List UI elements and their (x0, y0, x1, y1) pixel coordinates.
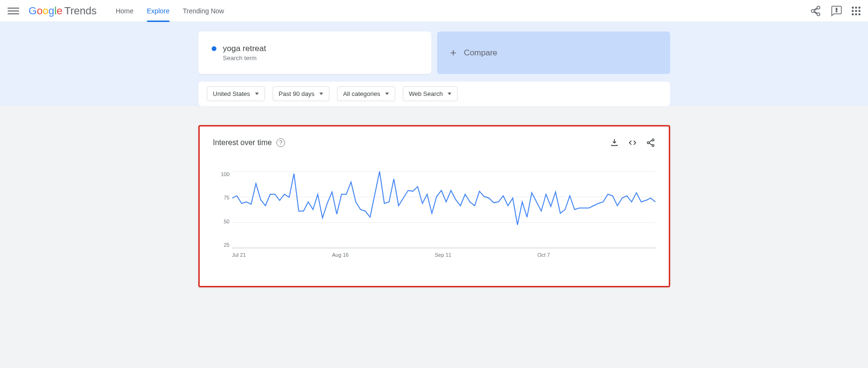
x-tick: Sep 11 (435, 252, 451, 258)
x-axis-line (232, 248, 655, 248)
y-tick: 75 (215, 195, 230, 200)
region-filter-label: United States (213, 90, 250, 97)
x-axis-labels: Jul 21 Aug 16 Sep 11 Oct 7 (232, 252, 655, 258)
y-tick: 25 (215, 242, 230, 248)
search-section: yoga retreat Search term + Compare Unite… (0, 22, 868, 106)
nav-trending-now[interactable]: Trending Now (183, 0, 225, 21)
x-tick: Aug 16 (332, 252, 349, 258)
search-type-filter-label: Web Search (409, 90, 443, 97)
hamburger-menu-icon[interactable] (8, 5, 19, 17)
download-icon[interactable] (610, 138, 619, 147)
line-chart-svg (232, 171, 655, 248)
search-type-filter[interactable]: Web Search (403, 86, 458, 101)
chevron-down-icon (448, 93, 451, 95)
compare-label: Compare (464, 48, 497, 58)
filters-bar: United States Past 90 days All categorie… (198, 82, 670, 106)
y-axis-labels: 100 75 50 25 (215, 171, 230, 248)
svg-rect-0 (836, 8, 837, 10)
share-icon[interactable] (810, 5, 821, 17)
search-term-card[interactable]: yoga retreat Search term (198, 32, 431, 74)
logo-trends-text: Trends (64, 5, 97, 17)
y-tick: 100 (215, 171, 230, 177)
help-icon[interactable]: ? (276, 138, 285, 147)
svg-rect-1 (836, 11, 837, 12)
x-tick: Jul 21 (232, 252, 246, 258)
nav-home[interactable]: Home (116, 0, 133, 21)
x-tick: Oct 7 (538, 252, 550, 258)
search-term-text: yoga retreat (223, 44, 266, 53)
region-filter[interactable]: United States (207, 86, 265, 101)
nav-explore[interactable]: Explore (147, 0, 169, 21)
chart-plot-area: 100 75 50 25 Jul 21 Aug 16 (232, 171, 655, 267)
embed-icon[interactable] (628, 138, 637, 147)
time-filter-label: Past 90 days (279, 90, 315, 97)
share-chart-icon[interactable] (646, 138, 655, 147)
page-body: Interest over time ? 100 75 50 25 (0, 106, 868, 368)
series-color-dot (212, 46, 216, 51)
chevron-down-icon (385, 93, 389, 95)
google-apps-icon[interactable] (852, 7, 860, 15)
y-tick: 50 (215, 219, 230, 224)
chevron-down-icon (255, 93, 259, 95)
category-filter-label: All categories (343, 90, 380, 97)
google-trends-logo[interactable]: Google Trends (29, 5, 97, 17)
chart-title: Interest over time (213, 138, 272, 147)
search-term-type: Search term (223, 54, 418, 62)
category-filter[interactable]: All categories (337, 86, 395, 101)
feedback-icon[interactable] (831, 5, 842, 17)
add-compare-button[interactable]: + Compare (437, 32, 670, 74)
header-actions (810, 5, 860, 17)
top-header: Google Trends Home Explore Trending Now (0, 0, 868, 22)
chevron-down-icon (319, 93, 323, 95)
interest-over-time-card: Interest over time ? 100 75 50 25 (198, 125, 670, 287)
main-nav: Home Explore Trending Now (116, 0, 224, 21)
plus-icon: + (450, 47, 457, 59)
time-filter[interactable]: Past 90 days (273, 86, 329, 101)
